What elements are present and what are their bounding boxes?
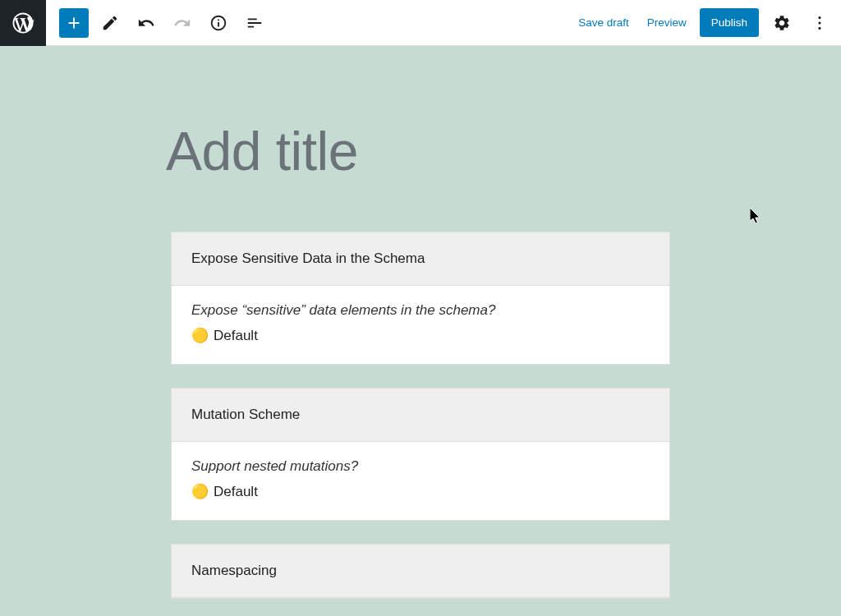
undo-button[interactable] [131,8,161,38]
svg-point-1 [818,21,820,24]
block-value-text: Default [214,328,258,344]
status-default-icon: 🟡 [191,327,209,344]
save-draft-button[interactable]: Save draft [573,10,634,35]
preview-button[interactable]: Preview [642,10,692,35]
plus-icon [65,14,83,32]
block-header: Mutation Scheme [172,388,669,442]
add-block-button[interactable] [59,8,89,38]
more-options-button[interactable] [805,8,834,38]
svg-point-2 [818,26,820,29]
pencil-icon [101,14,119,32]
redo-button[interactable] [168,8,197,38]
settings-button[interactable] [767,8,797,38]
wordpress-icon [11,11,35,35]
block-question: Expose “sensitive” data elements in the … [191,302,650,319]
block-header: Namespacing [172,545,669,598]
editor-topbar: Save draft Preview Publish [0,0,841,46]
outline-button[interactable] [240,8,269,38]
block-body: Expose “sensitive” data elements in the … [172,286,669,364]
tools-button[interactable] [95,8,125,38]
block-value: 🟡 Default [191,327,650,344]
config-block-expose-sensitive[interactable]: Expose Sensitive Data in the Schema Expo… [171,232,670,365]
editor-canvas[interactable]: Add title Expose Sensitive Data in the S… [0,46,841,616]
block-header: Expose Sensitive Data in the Schema [172,232,669,286]
config-block-mutation-scheme[interactable]: Mutation Scheme Support nested mutations… [171,388,670,521]
redo-icon [173,14,191,32]
info-icon [209,14,227,32]
status-default-icon: 🟡 [191,483,209,500]
undo-icon [137,14,155,32]
block-body: Support nested mutations? 🟡 Default [172,442,669,520]
list-icon [246,14,264,32]
post-title-area[interactable]: Add title [166,120,675,182]
block-value: 🟡 Default [191,483,650,500]
block-question: Support nested mutations? [191,458,650,475]
publish-button[interactable]: Publish [700,8,759,37]
config-block-namespacing[interactable]: Namespacing [171,544,670,599]
gear-icon [773,14,791,32]
post-title-placeholder: Add title [166,120,675,182]
svg-point-0 [818,16,820,19]
details-button[interactable] [204,8,233,38]
wordpress-logo-button[interactable] [0,0,46,46]
more-vertical-icon [811,14,829,32]
block-value-text: Default [214,484,258,500]
right-tool-group: Save draft Preview Publish [573,8,841,38]
left-tool-group [46,8,269,38]
